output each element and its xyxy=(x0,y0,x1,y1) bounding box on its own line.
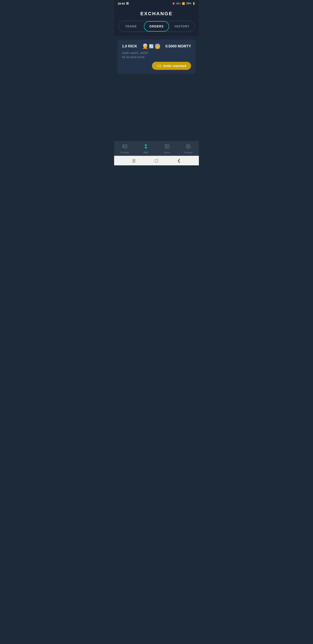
nav-news[interactable]: News xyxy=(161,144,174,154)
nav-news-label: News xyxy=(164,151,170,154)
dex-icon xyxy=(143,144,148,150)
page-title: EXCHANGE xyxy=(114,11,199,16)
bottom-nav: Portfolio DEX News xyxy=(114,141,199,156)
status-bar: 19:44 🖼 🔇 4G+ 📶 39% 🔋 xyxy=(114,0,199,7)
news-icon xyxy=(165,144,170,150)
portfolio-icon xyxy=(122,144,127,150)
mute-icon: 🔇 xyxy=(172,2,175,5)
order-date: 04 Jul 2019 19:44 xyxy=(122,56,191,59)
battery-display: 39% xyxy=(186,2,191,5)
battery-icon: 🔋 xyxy=(192,2,195,5)
order-to-amount: 0.5000 MORTY xyxy=(165,44,191,48)
nav-settings-label: Settings xyxy=(184,151,193,154)
nav-portfolio-label: Portfolio xyxy=(120,151,129,154)
order-from-amount: 1.0 RICK xyxy=(122,44,137,48)
status-time: 19:44 🖼 xyxy=(118,2,129,5)
nav-dex[interactable]: DEX xyxy=(139,144,152,154)
recents-button[interactable]: ||| xyxy=(132,158,135,163)
order-status-container: 1/3 Order matched xyxy=(122,62,191,70)
svg-rect-1 xyxy=(123,146,124,147)
svg-rect-0 xyxy=(123,145,127,148)
settings-icon xyxy=(186,144,191,150)
status-icons: 🔇 4G+ 📶 39% 🔋 xyxy=(172,2,195,5)
svg-point-9 xyxy=(188,146,189,147)
system-nav-bar: ||| ▢ ❮ xyxy=(114,156,199,165)
tab-trade[interactable]: TRADE xyxy=(119,21,143,32)
back-button[interactable]: ❮ xyxy=(177,158,181,163)
nav-portfolio[interactable]: Portfolio xyxy=(118,144,131,154)
signal-bars: 📶 xyxy=(182,2,185,5)
swap-icon: 🔄 xyxy=(149,44,154,49)
order-header: 1.0 RICK 🧑‍🦳 🔄 🧓 0.5000 MORTY xyxy=(122,44,191,49)
tab-orders[interactable]: ORDERS xyxy=(144,21,169,32)
order-coin-icons: 🧑‍🦳 🔄 🧓 xyxy=(142,44,160,49)
network-icon: 4G+ xyxy=(176,2,181,5)
status-fraction: 1/3 xyxy=(157,64,161,68)
status-label: Order matched xyxy=(163,64,186,68)
rick-coin-icon: 🧑‍🦳 xyxy=(142,44,148,49)
order-uuid: UUID: eac07...60237 xyxy=(122,51,191,54)
order-status-badge[interactable]: 1/3 Order matched xyxy=(152,62,191,70)
home-button[interactable]: ▢ xyxy=(155,158,158,163)
nav-settings[interactable]: Settings xyxy=(182,144,195,154)
time-display: 19:44 xyxy=(118,2,125,5)
nav-dex-label: DEX xyxy=(143,151,148,154)
content-area: 1.0 RICK 🧑‍🦳 🔄 🧓 0.5000 MORTY UUID: eac0… xyxy=(114,36,199,141)
order-card[interactable]: 1.0 RICK 🧑‍🦳 🔄 🧓 0.5000 MORTY UUID: eac0… xyxy=(118,40,195,74)
tab-bar: TRADE ORDERS HISTORY xyxy=(114,21,199,36)
morty-coin-icon: 🧓 xyxy=(155,44,160,49)
notification-icon: 🖼 xyxy=(126,2,129,5)
tab-container: TRADE ORDERS HISTORY xyxy=(118,21,195,32)
page-header: EXCHANGE xyxy=(114,7,199,21)
tab-history[interactable]: HISTORY xyxy=(170,21,194,32)
